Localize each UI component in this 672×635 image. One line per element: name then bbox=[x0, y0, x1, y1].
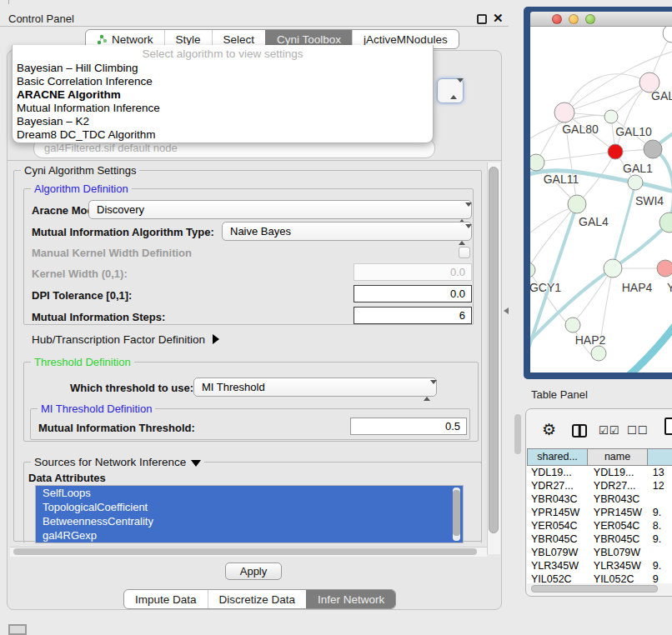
aracne-mode-select[interactable]: Discovery bbox=[88, 200, 472, 219]
float-window-icon[interactable] bbox=[477, 14, 487, 24]
table-row[interactable]: YBR045CYBR045C9. bbox=[527, 532, 672, 546]
which-threshold-select[interactable]: MI Threshold bbox=[193, 378, 437, 397]
table-row[interactable]: YBR043CYBR043C bbox=[527, 492, 672, 506]
mi-steps-field[interactable]: 6 bbox=[354, 307, 472, 324]
deselect-all-checkboxes-icon[interactable]: ☐☐ bbox=[627, 424, 648, 437]
column-header-shared[interactable]: shared... bbox=[527, 448, 588, 466]
dpi-tolerance-label: DPI Tolerance [0,1]: bbox=[32, 289, 132, 302]
table-row[interactable]: YDL19...YDL19...13 bbox=[527, 466, 672, 479]
close-icon[interactable]: ✕ bbox=[493, 11, 504, 26]
table-row[interactable]: YIL052CYIL052C9 bbox=[527, 572, 672, 583]
which-threshold-label: Which threshold to use: bbox=[70, 382, 193, 394]
attribute-betweennesscentrality[interactable]: BetweennessCentrality bbox=[36, 514, 463, 528]
network-node[interactable] bbox=[591, 346, 606, 361]
gear-icon[interactable]: ⚙ bbox=[542, 420, 556, 439]
manual-kernel-width-checkbox[interactable] bbox=[459, 247, 470, 258]
algorithm-option-basic-correlation-inference[interactable]: Basic Correlation Inference bbox=[13, 75, 433, 88]
algorithm-option-aracne-algorithm[interactable]: ARACNE Algorithm bbox=[13, 88, 433, 102]
group-title: Cyni Algorithm Settings bbox=[21, 164, 139, 177]
network-node-y[interactable] bbox=[657, 260, 672, 277]
mi-algorithm-type-label: Mutual Information Algorithm Type: bbox=[32, 226, 214, 238]
stepper-icon bbox=[424, 382, 430, 399]
minimize-traffic-light[interactable] bbox=[569, 14, 579, 24]
table-cell: 13 bbox=[648, 466, 672, 479]
table-cell: 9 bbox=[648, 572, 672, 583]
algorithm-option-dream8-dc-tdc-algorithm[interactable]: Dream8 DC_TDC Algorithm bbox=[13, 128, 433, 142]
close-traffic-light[interactable] bbox=[552, 14, 562, 24]
network-node-gcy1[interactable] bbox=[530, 262, 535, 278]
table-cell bbox=[648, 546, 672, 559]
table-cell: YPR145W bbox=[527, 506, 588, 519]
table-row[interactable]: YPR145WYPR145W9. bbox=[527, 506, 672, 519]
table-cell: YBR043C bbox=[527, 492, 588, 506]
list-scrollbar[interactable] bbox=[453, 488, 460, 541]
node-label-gal80: GAL80 bbox=[562, 122, 599, 136]
apply-button[interactable]: Apply bbox=[225, 562, 282, 580]
network-node-hap2[interactable] bbox=[565, 318, 580, 332]
kernel-width-field[interactable]: 0.0 bbox=[354, 263, 472, 281]
attribute-gal4rgexp[interactable]: gal4RGexp bbox=[36, 528, 463, 542]
column-header-2[interactable] bbox=[648, 448, 672, 466]
network-node-hap4[interactable] bbox=[604, 259, 622, 278]
tab-impute-data[interactable]: Impute Data bbox=[124, 590, 208, 608]
list-scrollbar-thumb[interactable] bbox=[453, 490, 460, 536]
sources-title: Sources for Network Inference bbox=[34, 456, 186, 468]
network-node-swi4[interactable] bbox=[628, 175, 643, 190]
column-header-name[interactable]: name bbox=[588, 448, 648, 466]
control-panel-titlebar: Control Panel ✕ bbox=[0, 3, 509, 27]
sources-expander[interactable]: Sources for Network Inference bbox=[31, 456, 204, 468]
node-label-y: Y bbox=[667, 281, 672, 294]
node-label-gal4: GAL4 bbox=[579, 215, 609, 228]
table-cell: YIL052C bbox=[588, 572, 648, 583]
select-all-checkboxes-icon[interactable]: ☑☑ bbox=[599, 424, 619, 437]
table-horizontal-scrollbar-thumb[interactable] bbox=[531, 585, 658, 592]
mi-threshold-field[interactable]: 0.5 bbox=[350, 418, 467, 435]
network-node-gal10[interactable] bbox=[604, 110, 618, 123]
table-cell: YDR27... bbox=[527, 479, 588, 492]
table-row[interactable]: YDR27...YDR27...12 bbox=[527, 479, 672, 492]
column-selector-icon[interactable] bbox=[572, 424, 587, 438]
mi-algorithm-type-select[interactable]: Naive Bayes bbox=[222, 222, 472, 241]
table-row[interactable]: YLR345WYLR345W9. bbox=[527, 559, 672, 572]
node-label-gal: GAL bbox=[651, 89, 672, 102]
settings-horizontal-scrollbar-thumb[interactable] bbox=[13, 548, 477, 555]
node-label-gal10: GAL10 bbox=[615, 125, 652, 138]
tab-label: Discretize Data bbox=[219, 593, 296, 606]
table-row[interactable]: YBL079WYBL079W bbox=[527, 546, 672, 559]
network-view-window: GALGAL80GAL10GAL1GAL11SWI4GAL4GCY1HAP4YH… bbox=[524, 7, 672, 379]
network-canvas[interactable]: GALGAL80GAL10GAL1GAL11SWI4GAL4GCY1HAP4YH… bbox=[530, 27, 672, 372]
network-node-gal11[interactable] bbox=[530, 154, 544, 171]
settings-vertical-scrollbar-thumb[interactable] bbox=[489, 167, 499, 533]
kernel-width-label: Kernel Width (0,1): bbox=[32, 268, 128, 280]
scrollbar-fragment[interactable] bbox=[514, 414, 521, 454]
tab-label: Network bbox=[112, 33, 153, 46]
zoom-traffic-light[interactable] bbox=[585, 14, 595, 24]
algorithm-option-bayesian-k2[interactable]: Bayesian – K2 bbox=[13, 115, 433, 128]
attribute-topologicalcoefficient[interactable]: TopologicalCoefficient bbox=[36, 500, 463, 514]
tab-discretize-data[interactable]: Discretize Data bbox=[208, 590, 307, 608]
export-table-icon[interactable] bbox=[664, 418, 672, 435]
network-icon bbox=[97, 34, 108, 45]
algorithm-option-bayesian-hill-climbing[interactable]: Bayesian – Hill Climbing bbox=[13, 62, 433, 75]
panel-resize-handle-icon[interactable] bbox=[504, 308, 509, 314]
table-row[interactable]: YER054CYER054C8. bbox=[527, 519, 672, 532]
network-node[interactable] bbox=[663, 27, 672, 42]
table-cell: 9. bbox=[648, 559, 672, 572]
algorithm-combobox-fragment[interactable] bbox=[437, 78, 464, 103]
dpi-tolerance-field[interactable]: 0.0 bbox=[354, 285, 472, 302]
network-node-gal1[interactable] bbox=[608, 144, 623, 159]
network-window-titlebar[interactable] bbox=[530, 12, 672, 27]
tab-label: Infer Network bbox=[318, 593, 384, 606]
tab-infer-network[interactable]: Infer Network bbox=[306, 590, 395, 608]
bottom-tabbar: Impute DataDiscretize DataInfer Network bbox=[123, 589, 396, 609]
hub-definition-expander[interactable]: Hub/Transcription Factor Definition bbox=[32, 333, 219, 346]
stepper-icon bbox=[459, 226, 465, 243]
table-cell: YIL052C bbox=[527, 572, 588, 583]
network-node-gal80[interactable] bbox=[554, 102, 574, 122]
network-node-gal4[interactable] bbox=[568, 195, 586, 213]
network-node[interactable] bbox=[644, 140, 662, 158]
attribute-selfloops[interactable]: SelfLoops bbox=[36, 486, 463, 500]
algorithm-option-mutual-information-inference[interactable]: Mutual Information Inference bbox=[13, 102, 433, 115]
node-label-gal1: GAL1 bbox=[623, 162, 653, 175]
stepper-icon bbox=[450, 82, 457, 95]
